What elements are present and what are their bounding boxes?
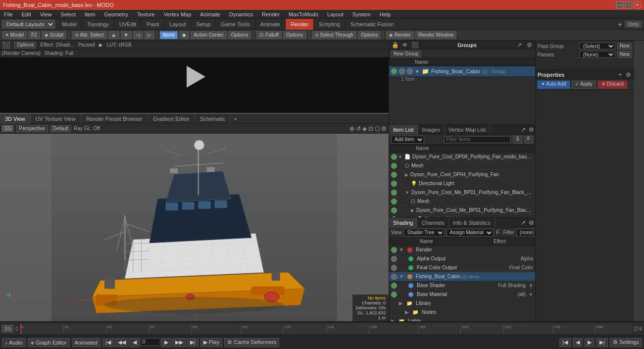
viewport-perspective-btn[interactable]: Perspective [16,125,47,132]
diamond-btn[interactable]: ◆ [179,31,189,39]
menu-help[interactable]: Help [378,11,393,17]
item-expand-5[interactable]: ▼ [405,190,409,195]
properties-settings-icon[interactable]: ⚙ [624,71,632,79]
properties-expand-icon[interactable]: + [616,71,624,79]
timeline-ruler[interactable]: 0 20 40 60 80 100 120 140 160 180 200 22… [20,324,632,334]
add-viewport-tab-button[interactable]: + [231,116,240,122]
maximize-button[interactable]: □ [625,1,632,8]
sh-expand-boat[interactable]: ▼ [399,274,404,279]
sh-row-boat-cabin[interactable]: ▼ Fishing_Boat_Cabin (2) Items [389,272,535,281]
add-tab-button[interactable]: + [615,20,625,28]
tab-vertex-map-list[interactable]: Vertex Map List [445,125,491,135]
item-row-6[interactable]: ⬡ Mesh [389,197,535,206]
render-btn[interactable]: ◈ Render [386,31,414,39]
arrow-down-btn[interactable]: ▼ [121,31,132,39]
items-btn[interactable]: Items [160,31,178,39]
select-through-btn[interactable]: ⊙ Select Through [312,31,356,39]
menu-animate[interactable]: Animate [198,11,222,17]
transport-prev-btn[interactable]: |◀ [102,338,114,347]
sh-row-lights[interactable]: ▶ 📁 Lights [389,317,535,321]
viewport-icon-3[interactable]: ◈ [362,125,367,132]
menu-render[interactable]: Render [260,11,282,17]
tab-schematic-fusion[interactable]: Schematic Fusion [346,19,399,30]
animated-btn[interactable]: Animated [72,338,100,347]
action-center-btn[interactable]: Action Center [191,31,227,39]
transport-icon-4[interactable]: ▶| [596,338,608,347]
item-list-settings-icon[interactable]: ⚙ [527,126,535,134]
menu-select[interactable]: Select [58,11,78,17]
tab-gradient-editor[interactable]: Gradient Editor [148,114,195,124]
tab-shading[interactable]: Shading [389,218,417,228]
menu-system[interactable]: System [350,11,373,17]
tab-schematic[interactable]: Schematic [195,114,231,124]
sh-row-base-material[interactable]: Base Material (all) ▼ [389,290,535,299]
menu-texture[interactable]: Texture [135,11,157,17]
sh-effect-dropdown[interactable]: ▼ [529,283,533,288]
model-btn[interactable]: ✦ Model [2,31,27,39]
tab-uv-texture-view[interactable]: UV Texture View [31,114,81,124]
groups-icon-2[interactable]: 👁 [401,41,409,49]
transport-back-btn[interactable]: ◀◀ [115,338,129,347]
menu-dynamics[interactable]: Dynamics [227,11,255,17]
tab-topology[interactable]: Topology [82,19,114,30]
filter-items-input[interactable] [444,136,511,143]
tab-paint[interactable]: Paint [142,19,164,30]
transport-icon-1[interactable]: |◀ [559,338,571,347]
sculpt-btn[interactable]: ◈ Sculpt [42,31,67,39]
arrow-left-btn[interactable]: ◁ [133,31,143,39]
item-list-expand-icon[interactable]: ↗ [519,126,527,134]
viewport-icon-1[interactable]: ⊕ [349,125,354,132]
sh-expand-library[interactable]: ▶ [399,300,403,306]
tab-images[interactable]: Images [418,125,445,135]
discard-btn[interactable]: ✕ Discard [598,81,627,89]
viewport-icon-4[interactable]: ⊡ [368,125,373,132]
f2-btn[interactable]: F2 [28,31,40,39]
item-row-4[interactable]: 💡 Directional Light [389,179,535,188]
tab-render[interactable]: Render [286,19,314,30]
menu-vertex-map[interactable]: Vertex Map [162,11,194,17]
passes-select[interactable]: (None) [579,51,615,58]
sh-expand-render[interactable]: ▼ [399,247,404,252]
groups-icon-1[interactable]: 🔒 [391,41,399,49]
groups-icon-3[interactable]: ⬛ [411,41,419,49]
viewport-settings-icon[interactable]: ⚙ [381,125,387,132]
tab-info-statistics[interactable]: Info & Statistics [449,218,495,228]
menu-file[interactable]: File [2,11,15,17]
settings-btn[interactable]: ⚙ Settings [610,338,642,347]
assign-material-select[interactable]: Assign Material [446,229,494,237]
item-row-7[interactable]: ▶ Dyson_Pure_Cool_Me_BP01_Purifying_Fan_… [389,206,535,215]
options-btn-3[interactable]: Options [358,31,381,39]
play-btn[interactable]: ▶ Play [200,338,222,347]
frame-input[interactable] [141,338,160,346]
menu-maxtomodo[interactable]: MaxToModo [287,11,320,17]
falloff-btn[interactable]: ∅ Falloff [256,31,282,39]
minimize-button[interactable]: — [616,1,623,8]
auto-add-btn[interactable]: ✦ Auto Add [538,81,570,89]
tab-3d-view[interactable]: 3D View [0,114,31,124]
pass-group-new-btn[interactable]: New [617,43,632,50]
render-window-btn[interactable]: Render Window [415,31,456,39]
transport-icon-3[interactable]: ▶ [585,338,594,347]
sh-row-base-shader[interactable]: Base Shader Full Shading ▼ [389,281,535,290]
tab-game-tools[interactable]: Game Tools [216,19,255,30]
tab-layout[interactable]: Layout [164,19,191,30]
tab-scripting[interactable]: Scripting [314,19,346,30]
menu-edit[interactable]: Edit [20,11,33,17]
menu-view[interactable]: View [38,11,54,17]
groups-expand-icon[interactable]: ↗ [515,41,523,49]
viewport-default-btn[interactable]: Default [50,125,71,132]
menu-layout[interactable]: Layout [325,11,346,17]
transport-next-btn[interactable]: ▶| [187,338,198,347]
viewport-3d[interactable]: No Items Channels: 0 Deformers: ON GL: 1… [0,134,389,321]
tab-channels[interactable]: Channels [417,218,448,228]
item-list-f-btn[interactable]: F [524,136,533,144]
arrow-right-btn[interactable]: ▷ [145,31,154,39]
new-group-btn[interactable]: New Group [391,50,421,57]
viewport-icon-2[interactable]: ↺ [356,125,361,132]
arrow-up-btn[interactable]: ▲ [108,31,119,39]
graph-editor-btn[interactable]: ⎈ Graph Editor [28,338,69,347]
tab-model[interactable]: Model [57,19,82,30]
attr-select-btn[interactable]: ⊙ Attr. Select [72,31,107,39]
tab-animate[interactable]: Animate [255,19,286,30]
tab-render-preset-browser[interactable]: Render Preset Browser [81,114,148,124]
